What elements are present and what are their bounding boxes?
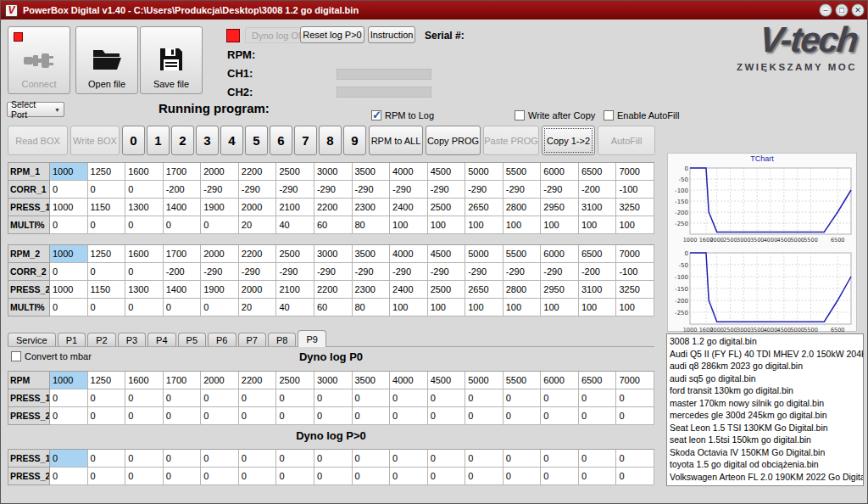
table-cell[interactable]: 60: [314, 299, 353, 316]
table-cell[interactable]: 1900: [201, 281, 239, 299]
table-cell[interactable]: 6000: [541, 245, 579, 263]
table-cell[interactable]: 2100: [276, 199, 314, 216]
tab-p3[interactable]: P3: [118, 333, 146, 347]
table-cell[interactable]: 0: [88, 450, 126, 468]
tab-p8[interactable]: P8: [268, 333, 296, 347]
table-cell[interactable]: 0: [125, 263, 164, 281]
table-cell[interactable]: -200: [164, 181, 202, 199]
table-cell[interactable]: -200: [164, 263, 202, 281]
instruction-button[interactable]: Instruction: [368, 26, 415, 43]
table-cell[interactable]: 0: [579, 389, 617, 407]
table-cell[interactable]: -290: [465, 263, 504, 281]
table-cell[interactable]: 2200: [314, 199, 353, 216]
digit-button-9[interactable]: 9: [343, 126, 366, 155]
tab-p4[interactable]: P4: [147, 333, 175, 347]
table-cell[interactable]: 2100: [276, 281, 314, 299]
table-cell[interactable]: 0: [201, 299, 239, 316]
table-cell[interactable]: -200: [579, 181, 617, 199]
file-list-item[interactable]: Skoda Octavia IV 150KM Go Digital.bin: [667, 446, 863, 459]
table-cell[interactable]: 0: [579, 407, 617, 425]
table-cell[interactable]: 2650: [465, 199, 504, 216]
table-cell[interactable]: -290: [201, 181, 239, 199]
enable-autofill-checkbox[interactable]: Enable AutoFill: [604, 110, 679, 120]
table-cell[interactable]: 0: [314, 450, 353, 468]
table-cell[interactable]: -290: [465, 181, 504, 199]
file-list-item[interactable]: audi q8 286km 2023 go digital.bin: [667, 360, 863, 372]
table-cell[interactable]: 100: [579, 299, 617, 316]
table-cell[interactable]: 1150: [88, 281, 126, 299]
copy-1-to-2-button[interactable]: Copy 1->2: [542, 126, 595, 155]
table-cell[interactable]: 1000: [50, 245, 88, 263]
table-cell[interactable]: 2500: [276, 245, 314, 263]
table-cell[interactable]: -290: [428, 181, 466, 199]
table-cell[interactable]: 2800: [504, 199, 542, 216]
table-cell[interactable]: 2500: [276, 372, 314, 389]
table-cell[interactable]: -290: [390, 181, 428, 199]
table-cell[interactable]: 0: [164, 450, 202, 468]
table-cell[interactable]: 4000: [390, 372, 428, 389]
table-cell[interactable]: 3250: [616, 199, 654, 216]
table-cell[interactable]: 3500: [353, 372, 391, 389]
tab-p1[interactable]: P1: [58, 333, 86, 347]
table-cell[interactable]: 0: [164, 216, 202, 234]
table-cell[interactable]: -290: [428, 263, 466, 281]
table-cell[interactable]: 0: [390, 450, 428, 468]
table-cell[interactable]: -290: [276, 181, 314, 199]
read-box-button[interactable]: Read BOX: [8, 126, 68, 155]
file-list-item[interactable]: 3008 1.2 go digital.bin: [667, 335, 863, 348]
table-cell[interactable]: 0: [353, 450, 391, 468]
file-list-item[interactable]: audi sq5 go digital.bin: [667, 372, 863, 385]
table-cell[interactable]: 2000: [239, 199, 277, 216]
digit-button-6[interactable]: 6: [270, 126, 292, 155]
table-cell[interactable]: 2300: [353, 281, 391, 299]
table-cell[interactable]: 3000: [314, 372, 353, 389]
table-cell[interactable]: 3500: [353, 163, 391, 181]
table-cell[interactable]: -290: [541, 181, 579, 199]
digit-button-4[interactable]: 4: [220, 126, 243, 155]
table-cell[interactable]: 3500: [353, 245, 391, 263]
copy-prog-button[interactable]: Copy PROG: [426, 126, 481, 155]
table-cell[interactable]: 1600: [125, 372, 164, 389]
close-icon[interactable]: ✕: [851, 3, 865, 17]
table-cell[interactable]: -290: [201, 263, 239, 281]
table-cell[interactable]: 1400: [164, 281, 202, 299]
table-cell[interactable]: 0: [390, 407, 428, 425]
tab-p5[interactable]: P5: [178, 333, 206, 347]
table-cell[interactable]: 0: [50, 468, 88, 485]
table-cell[interactable]: 0: [164, 407, 202, 425]
table-cell[interactable]: 0: [50, 450, 88, 468]
table-cell[interactable]: 0: [88, 263, 126, 281]
table-cell[interactable]: 1300: [125, 281, 164, 299]
table-cell[interactable]: -290: [541, 263, 579, 281]
write-after-copy-checkbox[interactable]: Write after Copy: [515, 110, 595, 120]
table-cell[interactable]: 0: [50, 389, 88, 407]
table-cell[interactable]: 0: [353, 468, 391, 485]
table-cell[interactable]: 20: [239, 216, 277, 234]
digit-button-7[interactable]: 7: [294, 126, 317, 155]
table-cell[interactable]: 0: [353, 407, 391, 425]
table-cell[interactable]: 100: [390, 216, 428, 234]
table-cell[interactable]: 100: [541, 299, 579, 316]
table-cell[interactable]: 0: [616, 389, 654, 407]
table-cell[interactable]: 2950: [541, 281, 579, 299]
table-cell[interactable]: 0: [125, 468, 164, 485]
table-cell[interactable]: 0: [465, 389, 504, 407]
table-cell[interactable]: 100: [616, 299, 654, 316]
table-cell[interactable]: 2500: [428, 281, 466, 299]
table-cell[interactable]: 1000: [50, 199, 88, 216]
table-cell[interactable]: 2200: [239, 245, 277, 263]
table-cell[interactable]: 100: [616, 216, 654, 234]
table-cell[interactable]: 100: [390, 299, 428, 316]
table-cell[interactable]: 6000: [541, 372, 579, 389]
table-cell[interactable]: 0: [125, 450, 164, 468]
table-cell[interactable]: 0: [465, 450, 504, 468]
table-cell[interactable]: 0: [390, 468, 428, 485]
table-cell[interactable]: 0: [50, 299, 88, 316]
table-cell[interactable]: 0: [88, 407, 126, 425]
table-cell[interactable]: 2200: [314, 281, 353, 299]
table-cell[interactable]: 0: [428, 407, 466, 425]
table-cell[interactable]: 0: [50, 216, 88, 234]
file-list-item[interactable]: mercedes gle 300d 245km go digital.bin: [667, 409, 863, 422]
table-cell[interactable]: 0: [465, 468, 504, 485]
connect-button[interactable]: Connect: [8, 26, 70, 94]
